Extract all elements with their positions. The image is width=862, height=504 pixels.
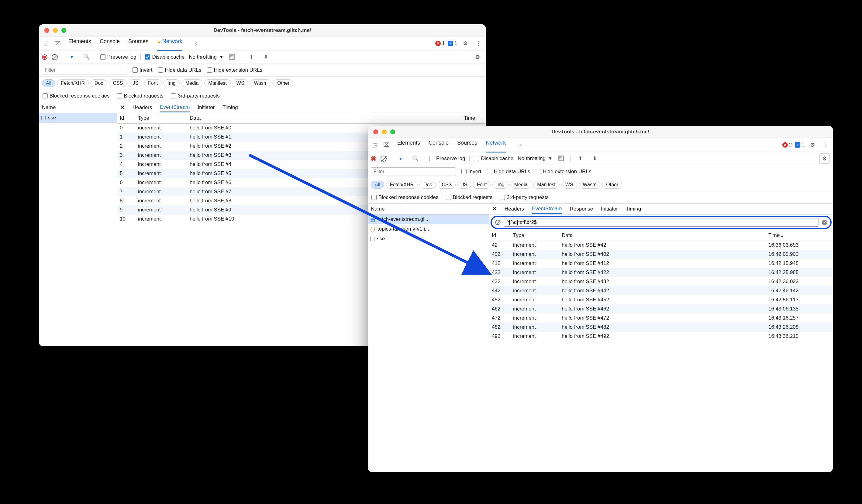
pill-media[interactable]: Media bbox=[181, 79, 203, 87]
pill-font[interactable]: Font bbox=[144, 79, 162, 87]
subtab-initiator[interactable]: Initiator bbox=[198, 105, 215, 110]
request-list: Name sse bbox=[39, 102, 117, 346]
download-har-icon[interactable] bbox=[261, 52, 271, 62]
tab-elements[interactable]: Elements bbox=[397, 140, 420, 150]
hide-data-urls-checkbox[interactable]: Hide data URLs bbox=[158, 67, 201, 73]
pill-js[interactable]: JS bbox=[129, 79, 142, 87]
table-row[interactable]: 482incrementhello from SSE #48216:43:26.… bbox=[489, 323, 833, 332]
throttling-select[interactable]: No throttling ▾ bbox=[189, 54, 222, 60]
filter-input[interactable] bbox=[42, 66, 127, 75]
pill-manifest[interactable]: Manifest bbox=[533, 181, 559, 189]
table-row[interactable]: 442incrementhello from SSE #44216:42:46.… bbox=[489, 286, 833, 295]
third-party-checkbox[interactable]: 3rd-party requests bbox=[171, 93, 220, 99]
device-toolbar-icon[interactable] bbox=[381, 140, 391, 150]
subtab-timing[interactable]: Timing bbox=[626, 206, 641, 212]
subtab-initiator[interactable]: Initiator bbox=[601, 206, 618, 212]
settings-icon[interactable] bbox=[807, 140, 818, 150]
pill-wasm[interactable]: Wasm bbox=[579, 181, 601, 189]
inspect-element-icon[interactable] bbox=[370, 140, 380, 150]
device-toolbar-icon[interactable] bbox=[52, 38, 63, 49]
cell-type: increment bbox=[135, 123, 187, 132]
network-conditions-icon[interactable] bbox=[227, 52, 237, 62]
table-row[interactable]: 402incrementhello from SSE #40216:42:05.… bbox=[489, 250, 833, 259]
pill-fetchxhr[interactable]: Fetch/XHR bbox=[57, 79, 89, 87]
third-party-checkbox[interactable]: 3rd-party requests bbox=[500, 195, 549, 200]
pill-all[interactable]: All bbox=[42, 79, 55, 87]
th-data[interactable]: Data bbox=[187, 113, 461, 123]
pill-manifest[interactable]: Manifest bbox=[204, 79, 231, 87]
cell-type: increment bbox=[135, 169, 187, 178]
th-id[interactable]: Id bbox=[117, 113, 135, 123]
record-icon[interactable] bbox=[42, 54, 48, 60]
upload-har-icon[interactable] bbox=[575, 154, 585, 164]
th-data[interactable]: Data bbox=[559, 230, 766, 241]
more-tabs-icon[interactable] bbox=[514, 140, 525, 150]
upload-har-icon[interactable] bbox=[246, 52, 257, 62]
pill-wasm[interactable]: Wasm bbox=[250, 79, 272, 87]
th-type[interactable]: Type bbox=[135, 113, 187, 123]
request-row[interactable]: sse bbox=[39, 113, 117, 123]
network-settings-icon[interactable] bbox=[472, 52, 483, 62]
disable-cache-checkbox[interactable]: Disable cache bbox=[145, 54, 184, 60]
table-row[interactable]: 472incrementhello from SSE #47216:43:16.… bbox=[489, 314, 833, 323]
network-settings-icon[interactable] bbox=[820, 154, 830, 164]
tab-console[interactable]: Console bbox=[100, 38, 120, 49]
more-tabs-icon[interactable] bbox=[191, 38, 201, 49]
pill-doc[interactable]: Doc bbox=[91, 79, 107, 87]
more-menu-icon[interactable] bbox=[473, 38, 484, 49]
search-icon[interactable] bbox=[81, 52, 91, 62]
subtab-timing[interactable]: Timing bbox=[222, 105, 238, 110]
subtab-headers[interactable]: Headers bbox=[132, 105, 152, 110]
table-row[interactable]: 412incrementhello from SSE #41216:42:15.… bbox=[489, 259, 833, 268]
inspect-element-icon[interactable] bbox=[41, 38, 51, 49]
hide-extension-urls-checkbox[interactable]: Hide extension URLs bbox=[207, 67, 263, 73]
download-har-icon[interactable] bbox=[590, 154, 600, 164]
error-count[interactable]: ✕2 bbox=[782, 142, 792, 148]
settings-icon[interactable] bbox=[460, 38, 471, 49]
blocked-requests-checkbox[interactable]: Blocked requests bbox=[117, 93, 164, 99]
subtab-eventstream[interactable]: EventStream bbox=[160, 104, 190, 112]
table-row[interactable]: 452incrementhello from SSE #45216:42:56.… bbox=[489, 295, 833, 304]
pill-img[interactable]: Img bbox=[164, 79, 180, 87]
throttling-select[interactable]: No throttling ▾ bbox=[518, 155, 551, 162]
pill-media[interactable]: Media bbox=[510, 181, 532, 189]
tab-network[interactable]: Network bbox=[486, 140, 506, 152]
th-time[interactable]: Time bbox=[461, 113, 486, 123]
pill-other[interactable]: Other bbox=[602, 181, 622, 189]
tab-console[interactable]: Console bbox=[429, 140, 449, 150]
tab-sources[interactable]: Sources bbox=[457, 140, 477, 150]
preserve-log-checkbox[interactable]: Preserve log bbox=[100, 54, 136, 60]
filter-toggle-icon[interactable] bbox=[67, 52, 77, 62]
subtab-headers[interactable]: Headers bbox=[505, 206, 524, 212]
message-count[interactable]: ≡1 bbox=[795, 142, 804, 148]
invert-checkbox[interactable]: Invert bbox=[132, 67, 153, 73]
table-row[interactable]: 492incrementhello from SSE #49216:43:36.… bbox=[489, 332, 833, 341]
subtab-eventstream[interactable]: EventStream bbox=[532, 206, 562, 214]
th-type[interactable]: Type bbox=[511, 230, 559, 241]
cell-id: 2 bbox=[117, 142, 135, 151]
table-row[interactable]: 422incrementhello from SSE #42216:42:25.… bbox=[489, 268, 833, 277]
clear-icon[interactable] bbox=[52, 54, 58, 60]
tab-elements[interactable]: Elements bbox=[68, 38, 91, 49]
tab-sources[interactable]: Sources bbox=[128, 38, 148, 49]
network-conditions-icon[interactable] bbox=[556, 154, 566, 164]
tab-network[interactable]: Network bbox=[157, 38, 182, 51]
table-row[interactable]: 462incrementhello from SSE #46216:43:06.… bbox=[489, 304, 833, 314]
table-row[interactable]: 432incrementhello from SSE #43216:42:36.… bbox=[489, 277, 833, 286]
message-count[interactable]: ≡1 bbox=[448, 41, 457, 46]
pill-ws[interactable]: WS bbox=[233, 79, 248, 87]
blocked-cookies-checkbox[interactable]: Blocked response cookies bbox=[42, 93, 110, 99]
name-column-header[interactable]: Name bbox=[39, 102, 117, 113]
th-time[interactable]: Time bbox=[766, 230, 833, 241]
close-detail-icon[interactable]: ✕ bbox=[120, 104, 125, 110]
eventstream-filter-input[interactable] bbox=[504, 218, 819, 227]
table-row[interactable]: 42incrementhello from SSE #4216:36:03.65… bbox=[489, 241, 833, 250]
pill-ws[interactable]: WS bbox=[561, 181, 577, 189]
more-menu-icon[interactable] bbox=[821, 140, 831, 150]
clear-filter-icon[interactable]: ✕ bbox=[822, 220, 827, 225]
error-count[interactable]: ✕1 bbox=[435, 41, 445, 46]
pill-css[interactable]: CSS bbox=[109, 79, 127, 87]
pill-other[interactable]: Other bbox=[273, 79, 293, 87]
hide-extension-urls-checkbox[interactable]: Hide extension URLs bbox=[536, 169, 591, 175]
subtab-response[interactable]: Response bbox=[570, 206, 593, 212]
